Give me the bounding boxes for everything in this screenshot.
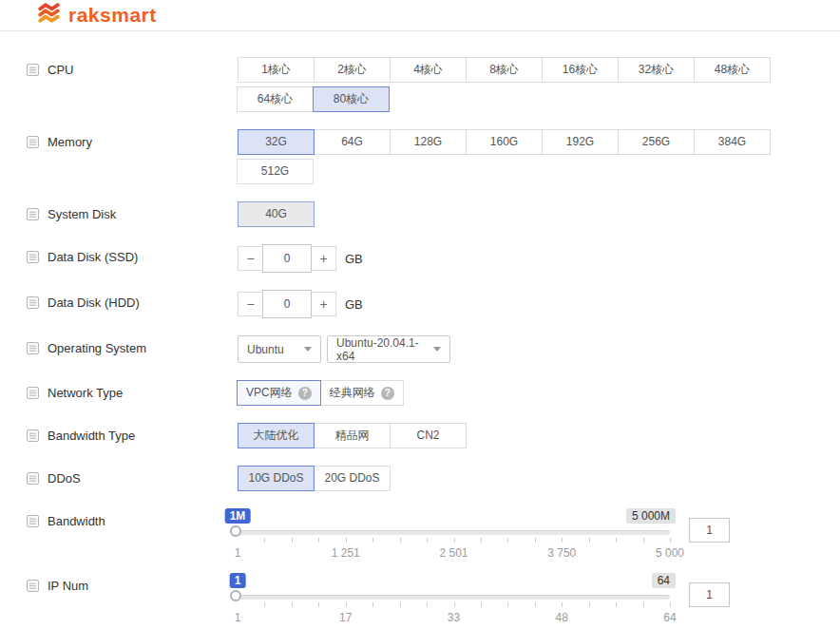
bandwidth-type-options: 大陆优化精品网CN2 xyxy=(238,423,786,448)
ip-num-tick-labels: 117334864 xyxy=(238,611,670,624)
ssd-increase-button[interactable]: + xyxy=(311,246,336,271)
tick-label: 48 xyxy=(556,611,568,624)
option-大陆优化[interactable]: 大陆优化 xyxy=(238,423,315,448)
raksmart-logo-icon xyxy=(36,1,62,30)
option-10G DDoS[interactable]: 10G DDoS xyxy=(238,466,315,491)
data-disk-ssd-label: Data Disk (SSD) xyxy=(48,250,138,264)
cpu-label-wrap: CPU xyxy=(27,57,238,83)
tick-label: 1 xyxy=(235,611,241,624)
bandwidth-type-label-wrap: Bandwidth Type xyxy=(27,423,238,448)
system-disk-options: 40G xyxy=(238,201,786,227)
cpu-row: CPU 1核心2核心4核心8核心16核心32核心48核心64核心80核心 xyxy=(27,57,813,112)
option-192G[interactable]: 192G xyxy=(542,129,619,155)
bandwidth-badge-row: 1M 5 000M xyxy=(238,508,670,524)
bandwidth-tick-labels: 11 2512 5013 7505 000 xyxy=(238,546,670,560)
data-disk-ssd-label-wrap: Data Disk (SSD) xyxy=(27,244,238,270)
ip-num-tickmarks xyxy=(238,602,670,608)
option-64G[interactable]: 64G xyxy=(314,129,391,155)
option-label: VPC网络 xyxy=(246,381,293,405)
bandwidth-slider-rail[interactable] xyxy=(238,530,670,535)
os-version-select[interactable]: Ubuntu-20.04.1-x64 xyxy=(327,335,450,363)
help-icon[interactable]: ? xyxy=(298,387,312,400)
memory-row: Memory 32G64G128G160G192G256G384G512G xyxy=(27,129,813,184)
tick-label: 1 xyxy=(235,546,241,560)
form-row-icon xyxy=(27,64,39,76)
option-20G DDoS[interactable]: 20G DDoS xyxy=(314,466,391,491)
form-row-icon xyxy=(27,208,39,220)
cpu-options: 1核心2核心4核心8核心16核心32核心48核心64核心80核心 xyxy=(238,57,786,112)
option-128G[interactable]: 128G xyxy=(390,129,467,155)
ssd-size-input[interactable] xyxy=(262,244,312,273)
hdd-size-input[interactable] xyxy=(262,290,312,318)
hdd-increase-button[interactable]: + xyxy=(311,292,336,316)
os-version-value: Ubuntu-20.04.1-x64 xyxy=(336,336,433,363)
option-CN2[interactable]: CN2 xyxy=(390,423,467,448)
os-row: Operating System Ubuntu Ubuntu-20.04.1-x… xyxy=(27,335,813,363)
server-config-form: CPU 1核心2核心4核心8核心16核心32核心48核心64核心80核心 Mem… xyxy=(0,31,840,624)
option-2核心[interactable]: 2核心 xyxy=(314,57,391,83)
bandwidth-type-row: Bandwidth Type 大陆优化精品网CN2 xyxy=(27,423,813,448)
option-1核心[interactable]: 1核心 xyxy=(238,57,315,83)
option-80核心[interactable]: 80核心 xyxy=(313,86,390,112)
brand-logo[interactable]: raksmart xyxy=(36,1,157,30)
option-16核心[interactable]: 16核心 xyxy=(542,57,619,83)
form-row-icon xyxy=(27,251,39,263)
option-classic-network[interactable]: 经典网络 ? xyxy=(320,380,404,406)
option-32核心[interactable]: 32核心 xyxy=(618,57,695,83)
option-32G[interactable]: 32G xyxy=(238,129,315,155)
bandwidth-slider-block: 1M 5 000M 11 2512 5013 7505 000 xyxy=(238,508,670,560)
chevron-down-icon xyxy=(433,347,441,352)
form-row-icon xyxy=(27,580,39,592)
form-row-icon xyxy=(27,387,39,399)
data-disk-hdd-row: Data Disk (HDD) − + GB xyxy=(27,290,813,318)
form-row-icon xyxy=(27,136,39,148)
option-512G[interactable]: 512G xyxy=(237,159,314,184)
tick-label: 33 xyxy=(448,611,460,624)
cpu-label: CPU xyxy=(48,63,73,77)
ip-num-current-badge: 1 xyxy=(230,573,246,588)
os-family-select[interactable]: Ubuntu xyxy=(238,335,321,363)
option-8核心[interactable]: 8核心 xyxy=(466,57,543,83)
network-type-row: Network Type VPC网络 ? 经典网络 ? xyxy=(27,380,813,406)
system-disk-row: System Disk 40G xyxy=(27,201,813,227)
data-disk-ssd-row: Data Disk (SSD) − + GB xyxy=(27,244,813,273)
help-icon[interactable]: ? xyxy=(381,387,394,400)
os-label: Operating System xyxy=(48,341,146,355)
option-48核心[interactable]: 48核心 xyxy=(694,57,771,83)
form-row-icon xyxy=(27,296,39,309)
ssd-unit-label: GB xyxy=(345,252,363,266)
tick-label: 64 xyxy=(663,611,676,624)
bandwidth-slider-handle[interactable] xyxy=(230,525,241,537)
option-384G[interactable]: 384G xyxy=(694,129,771,155)
ip-num-slider-rail[interactable] xyxy=(238,595,670,600)
option-64核心[interactable]: 64核心 xyxy=(237,86,314,112)
network-type-label-wrap: Network Type xyxy=(27,380,238,406)
system-disk-label-wrap: System Disk xyxy=(27,201,238,227)
ip-num-input[interactable] xyxy=(689,582,730,607)
bandwidth-input[interactable] xyxy=(689,518,730,543)
form-row-icon xyxy=(27,429,39,442)
ip-num-label: IP Num xyxy=(48,579,88,593)
os-family-value: Ubuntu xyxy=(247,343,284,356)
ddos-label: DDoS xyxy=(48,471,81,486)
option-40G[interactable]: 40G xyxy=(238,201,315,227)
ip-num-max-badge: 64 xyxy=(652,573,676,588)
option-精品网[interactable]: 精品网 xyxy=(314,423,391,448)
memory-label-wrap: Memory xyxy=(27,129,238,155)
option-label: 经典网络 xyxy=(330,381,375,405)
option-vpc-network[interactable]: VPC网络 ? xyxy=(237,380,321,406)
header: raksmart xyxy=(0,0,840,31)
system-disk-label: System Disk xyxy=(48,207,116,221)
ssd-decrease-button[interactable]: − xyxy=(238,246,263,271)
ip-num-slider-block: 1 64 117334864 xyxy=(238,573,670,624)
tick-label: 1 251 xyxy=(332,546,360,560)
hdd-decrease-button[interactable]: − xyxy=(238,292,263,316)
option-160G[interactable]: 160G xyxy=(466,129,543,155)
bandwidth-max-badge: 5 000M xyxy=(626,508,676,524)
tick-label: 17 xyxy=(339,611,352,624)
tick-label: 2 501 xyxy=(439,546,468,560)
ip-num-slider-handle[interactable] xyxy=(230,590,241,601)
option-256G[interactable]: 256G xyxy=(618,129,695,155)
option-4核心[interactable]: 4核心 xyxy=(390,57,467,83)
bandwidth-type-label: Bandwidth Type xyxy=(48,429,135,443)
